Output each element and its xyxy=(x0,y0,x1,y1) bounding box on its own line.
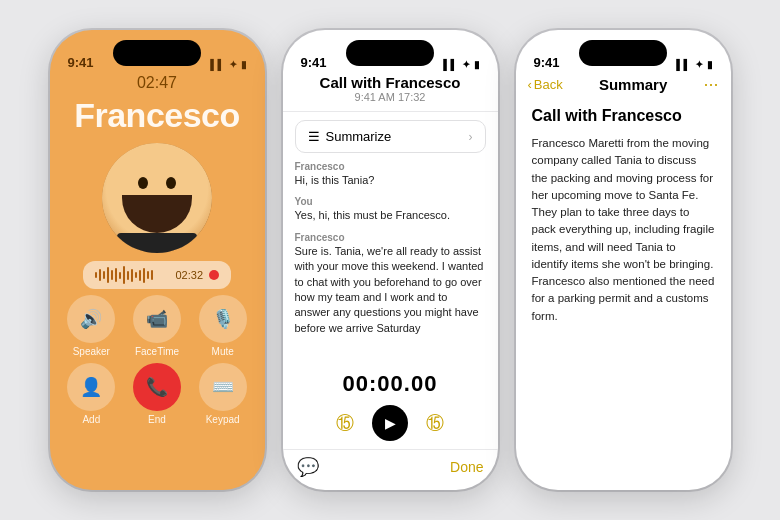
dynamic-island-3 xyxy=(579,40,667,66)
memoji xyxy=(102,143,212,253)
transcript-header: Call with Francesco 9:41 AM 17:32 xyxy=(283,74,498,112)
back-label: Back xyxy=(534,77,563,92)
mute-label: Mute xyxy=(212,346,234,357)
add-icon-circle: 👤 xyxy=(67,363,115,411)
wave-lines xyxy=(95,266,169,284)
call-buttons-top: 🔊 Speaker 📹 FaceTime 🎙️ Mute xyxy=(62,295,253,357)
phone-summary: 9:41 ▌▌ ✦ ▮ ‹ Back Summary ··· Call with… xyxy=(516,30,731,490)
keypad-icon-circle: ⌨️ xyxy=(199,363,247,411)
add-label: Add xyxy=(82,414,100,425)
facetime-icon-circle: 📹 xyxy=(133,295,181,343)
summarize-icon: ☰ xyxy=(308,129,320,144)
wifi-icon-2: ✦ xyxy=(462,59,470,70)
message-1: Francesco Hi, is this Tania? xyxy=(295,161,486,188)
back-button[interactable]: ‹ Back xyxy=(528,77,563,92)
record-indicator xyxy=(209,270,219,280)
status-time-1: 9:41 xyxy=(68,55,94,70)
summarize-left: ☰ Summarize xyxy=(308,129,392,144)
summary-call-title: Call with Francesco xyxy=(532,107,715,125)
end-label: End xyxy=(148,414,166,425)
message-3: Francesco Sure is. Tania, we're all read… xyxy=(295,232,486,336)
status-icons-3: ▌▌ ✦ ▮ xyxy=(676,59,712,70)
status-icons-2: ▌▌ ✦ ▮ xyxy=(443,59,479,70)
signal-icon: ▌▌ xyxy=(210,59,224,70)
timer-section: 00:00.00 xyxy=(283,363,498,401)
battery-icon-3: ▮ xyxy=(707,59,713,70)
add-button[interactable]: 👤 Add xyxy=(62,363,122,425)
mute-icon-circle: 🎙️ xyxy=(199,295,247,343)
message-text-3: Sure is. Tania, we're all ready to assis… xyxy=(295,244,486,336)
summarize-button[interactable]: ☰ Summarize › xyxy=(295,120,486,153)
speaker-label: Speaker xyxy=(73,346,110,357)
memoji-eye-right xyxy=(166,177,176,189)
transcript-footer: 💬 Done xyxy=(283,449,498,490)
transcript-title: Call with Francesco xyxy=(295,74,486,91)
dynamic-island xyxy=(113,40,201,66)
keypad-button[interactable]: ⌨️ Keypad xyxy=(193,363,253,425)
waveform-bar: 02:32 xyxy=(83,261,231,289)
call-buttons-bottom: 👤 Add 📞 End ⌨️ Keypad xyxy=(62,363,253,425)
speaker-button[interactable]: 🔊 Speaker xyxy=(62,295,122,357)
memoji-eyes xyxy=(138,177,176,189)
message-2: You Yes, hi, this must be Francesco. xyxy=(295,196,486,223)
caller-name: Francesco xyxy=(74,96,240,135)
facetime-label: FaceTime xyxy=(135,346,179,357)
status-icons-1: ▌▌ ✦ ▮ xyxy=(210,59,246,70)
chat-icon[interactable]: 💬 xyxy=(297,456,319,478)
message-text-1: Hi, is this Tania? xyxy=(295,173,486,188)
done-button[interactable]: Done xyxy=(450,459,483,475)
end-icon-circle: 📞 xyxy=(133,363,181,411)
signal-icon-2: ▌▌ xyxy=(443,59,457,70)
call-duration: 02:47 xyxy=(137,74,177,92)
wave-time: 02:32 xyxy=(175,269,203,281)
keypad-label: Keypad xyxy=(206,414,240,425)
more-options-icon[interactable]: ··· xyxy=(703,74,718,95)
play-button[interactable]: ▶ xyxy=(372,405,408,441)
mute-button[interactable]: 🎙️ Mute xyxy=(193,295,253,357)
end-button[interactable]: 📞 End xyxy=(127,363,187,425)
signal-icon-3: ▌▌ xyxy=(676,59,690,70)
phone-transcript: 9:41 ▌▌ ✦ ▮ Call with Francesco 9:41 AM … xyxy=(283,30,498,490)
status-time-3: 9:41 xyxy=(534,55,560,70)
chevron-left-icon: ‹ xyxy=(528,77,532,92)
active-call-content: 02:47 Francesco xyxy=(50,74,265,490)
play-icon: ▶ xyxy=(385,415,396,431)
summarize-label: Summarize xyxy=(326,129,392,144)
speaker-2: You xyxy=(295,196,486,207)
summary-nav: ‹ Back Summary ··· xyxy=(516,74,731,103)
skip-forward-button[interactable]: ⑮ xyxy=(426,411,444,435)
playback-controls: ⑮ ▶ ⑮ xyxy=(283,401,498,449)
wifi-icon-3: ✦ xyxy=(695,59,703,70)
summary-body-text: Francesco Maretti from the moving compan… xyxy=(532,135,715,325)
phone-active-call: 9:41 ▌▌ ✦ ▮ 02:47 Francesco xyxy=(50,30,265,490)
battery-icon-2: ▮ xyxy=(474,59,480,70)
speaker-3: Francesco xyxy=(295,232,486,243)
speaker-icon-circle: 🔊 xyxy=(67,295,115,343)
transcript-subtitle: 9:41 AM 17:32 xyxy=(295,91,486,103)
speaker-1: Francesco xyxy=(295,161,486,172)
facetime-button[interactable]: 📹 FaceTime xyxy=(127,295,187,357)
dynamic-island-2 xyxy=(346,40,434,66)
skip-back-button[interactable]: ⑮ xyxy=(336,411,354,435)
message-text-2: Yes, hi, this must be Francesco. xyxy=(295,208,486,223)
summary-content: Call with Francesco Francesco Maretti fr… xyxy=(516,103,731,490)
caller-avatar xyxy=(102,143,212,253)
chevron-right-icon: › xyxy=(469,130,473,144)
memoji-eye-left xyxy=(138,177,148,189)
timer-display: 00:00.00 xyxy=(283,371,498,397)
battery-icon: ▮ xyxy=(241,59,247,70)
nav-title: Summary xyxy=(599,76,667,93)
memoji-shirt xyxy=(117,233,197,253)
memoji-beard xyxy=(122,195,192,233)
wifi-icon: ✦ xyxy=(229,59,237,70)
status-time-2: 9:41 xyxy=(301,55,327,70)
transcript-content: Francesco Hi, is this Tania? You Yes, hi… xyxy=(283,161,498,363)
